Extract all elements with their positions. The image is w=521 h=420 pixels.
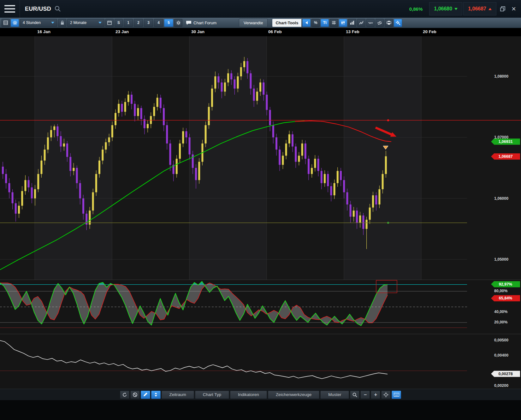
trading-app-window: EUR/USD 0,86% 1,06680 1,06687 × 4 Stun [0, 0, 521, 420]
verwandte-button[interactable]: Verwandte [239, 19, 268, 27]
date-label-06-feb: 06 Feb [268, 29, 282, 34]
date-label-30-jan: 30 Jan [191, 29, 204, 34]
refresh-icon[interactable] [120, 391, 129, 399]
chevron-left-icon [305, 21, 308, 24]
indicator-wave-icon[interactable] [366, 19, 375, 27]
zeichenwerkzeuge-button[interactable]: Zeichenwerkzeuge [268, 391, 319, 399]
clear-drawings-icon[interactable] [130, 391, 140, 399]
calendar-icon[interactable] [105, 19, 114, 27]
gear-icon[interactable] [174, 19, 182, 27]
bottom-toolbar: ZeitraumChart TypIndikatorenZeichenwerkz… [0, 389, 521, 400]
change-percent: 0,86% [409, 6, 423, 12]
interval-dropdown[interactable]: 4 Stunden [20, 19, 57, 27]
indikatoren-button[interactable]: Indikatoren [230, 391, 267, 399]
window-background [0, 400, 521, 420]
candle-count-button-3[interactable]: 3 [144, 19, 153, 27]
chart-settings-icon[interactable] [11, 19, 19, 27]
candle-count-group: 12345 [124, 19, 173, 27]
candle-count-button-5[interactable]: 5 [164, 19, 173, 27]
range-dropdown[interactable]: 2 Monate [67, 19, 104, 27]
candle-count-button-4[interactable]: 4 [154, 19, 163, 27]
range-value: 2 Monate [70, 21, 86, 25]
zoom-icon[interactable] [350, 391, 359, 399]
buy-price-box[interactable]: 1,06687 [463, 2, 496, 15]
print-icon[interactable] [385, 19, 393, 27]
bar-chart-icon[interactable] [348, 19, 356, 27]
date-label-13-feb: 13 Feb [346, 29, 359, 34]
collapse-tools-button[interactable] [302, 19, 311, 27]
settings-wrench-icon[interactable] [394, 19, 402, 27]
interval-value: 4 Stunden [23, 21, 41, 25]
date-label-16-jan: 16 Jan [37, 29, 50, 34]
draw-pencil-icon[interactable] [141, 391, 150, 399]
session-button[interactable]: S [115, 19, 123, 27]
chevron-down-icon [51, 22, 54, 24]
candle-count-button-1[interactable]: 1 [124, 19, 133, 27]
chart-toolbar: 4 Stunden 2 Monate S 12345 Chart Forum V… [0, 18, 521, 28]
price-chart-svg[interactable] [0, 36, 521, 280]
price-up-icon [488, 8, 492, 10]
oscillator-panel[interactable] [0, 280, 521, 334]
date-axis: 16 Jan23 Jan30 Jan06 Feb13 Feb20 Feb [0, 28, 521, 36]
search-icon[interactable] [54, 5, 61, 12]
buy-price: 1,06687 [468, 6, 486, 12]
keyboard-icon[interactable] [392, 391, 401, 399]
volatility-svg[interactable] [0, 334, 521, 389]
sell-price: 1,06680 [434, 6, 452, 12]
muster-button[interactable]: Muster [320, 391, 349, 399]
candle-count-button-2[interactable]: 2 [134, 19, 143, 27]
divider [20, 0, 20, 18]
date-label-23-jan: 23 Jan [115, 29, 129, 34]
close-icon[interactable]: × [512, 5, 516, 13]
lock-icon[interactable] [58, 19, 66, 27]
chart-forum-button[interactable]: Chart Forum [186, 21, 216, 25]
chart-typ-button[interactable]: Chart Typ [195, 391, 229, 399]
window-restore-icon[interactable] [500, 6, 506, 12]
chevron-down-icon [98, 22, 102, 24]
volatility-panel[interactable] [0, 334, 521, 389]
zeitraum-button[interactable]: Zeitraum [162, 391, 194, 399]
sell-price-box[interactable]: 1,06680 [429, 2, 462, 15]
zoom-out-button[interactable]: − [360, 391, 370, 399]
crosshair-icon[interactable] [381, 391, 391, 399]
percent-scale-button[interactable]: % [311, 19, 320, 27]
sort-arrows-icon[interactable] [151, 391, 161, 399]
price-chart-panel[interactable] [0, 36, 521, 280]
quote-panel-icon[interactable] [2, 19, 10, 27]
text-tool-button[interactable]: Tt [321, 19, 329, 27]
speech-bubble-icon [186, 21, 192, 25]
price-down-icon [454, 8, 458, 10]
date-label-20-feb: 20 Feb [423, 29, 436, 34]
candlestick-type-icon[interactable] [339, 19, 347, 27]
symbol-title: EUR/USD [25, 6, 51, 12]
zoom-in-button[interactable]: + [371, 391, 380, 399]
menu-button[interactable] [4, 5, 15, 13]
grid-icon[interactable] [330, 19, 338, 27]
compare-icon[interactable] [357, 19, 365, 27]
oscillator-svg[interactable] [0, 280, 521, 334]
chart-forum-label: Chart Forum [193, 21, 216, 25]
chart-tools-label: Chart-Tools [272, 19, 301, 27]
eraser-icon[interactable] [376, 19, 384, 27]
bottom-menu-group: ZeitraumChart TypIndikatorenZeichenwerkz… [162, 391, 349, 399]
title-bar: EUR/USD 0,86% 1,06680 1,06687 × [0, 0, 521, 18]
